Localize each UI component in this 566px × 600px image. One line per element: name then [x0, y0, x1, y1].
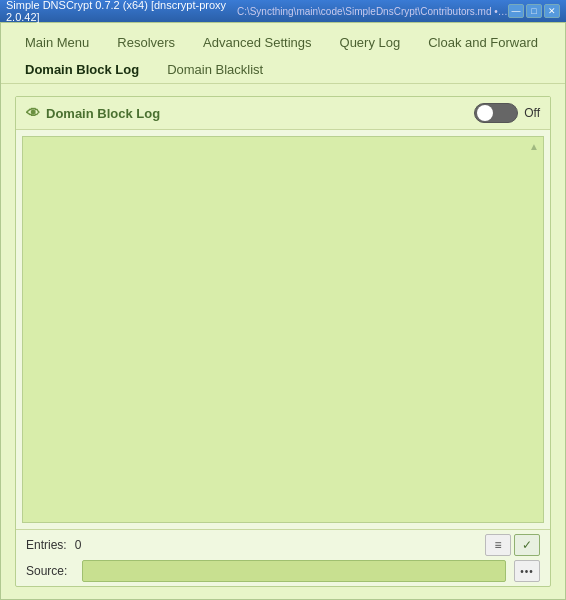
nav-resolvers[interactable]: Resolvers: [103, 29, 189, 56]
close-button[interactable]: ✕: [544, 4, 560, 18]
source-more-button[interactable]: •••: [514, 560, 540, 582]
title-bar-controls: — □ ✕: [508, 4, 560, 18]
entries-actions: ≡ ✓: [485, 534, 540, 556]
entries-count: 0: [75, 538, 82, 552]
source-row: Source: •••: [26, 560, 540, 582]
source-label: Source:: [26, 564, 74, 578]
panel-title: 👁 Domain Block Log: [26, 105, 160, 121]
eye-icon: 👁: [26, 105, 40, 121]
list-icon: ≡: [494, 538, 501, 552]
toggle-container: Off: [474, 103, 540, 123]
log-area: ▲: [22, 136, 544, 523]
minimize-button[interactable]: —: [508, 4, 524, 18]
more-icon: •••: [520, 566, 534, 577]
nav-advanced-settings[interactable]: Advanced Settings: [189, 29, 325, 56]
entries-row: Entries: 0 ≡ ✓: [26, 534, 540, 556]
title-bar-path: C:\Syncthing\main\code\SimpleDnsCrypt\Co…: [237, 6, 508, 17]
check-action-button[interactable]: ✓: [514, 534, 540, 556]
maximize-button[interactable]: □: [526, 4, 542, 18]
toggle-label: Off: [524, 106, 540, 120]
scroll-indicator: ▲: [529, 141, 539, 152]
app-title: Simple DNSCrypt 0.7.2 (x64) [dnscrypt-pr…: [6, 0, 237, 23]
entries-left: Entries: 0: [26, 538, 81, 552]
nav-domain-block-log[interactable]: Domain Block Log: [11, 56, 153, 83]
toggle-switch[interactable]: [474, 103, 518, 123]
bottom-bar: Entries: 0 ≡ ✓ Source:: [16, 529, 550, 586]
entries-label: Entries:: [26, 538, 67, 552]
list-action-button[interactable]: ≡: [485, 534, 511, 556]
toggle-knob: [477, 105, 493, 121]
nav-cloak-and-forward[interactable]: Cloak and Forward: [414, 29, 552, 56]
domain-block-log-panel: 👁 Domain Block Log Off ▲ Entries:: [15, 96, 551, 587]
navigation: Main Menu Resolvers Advanced Settings Qu…: [1, 23, 565, 84]
nav-main-menu[interactable]: Main Menu: [11, 29, 103, 56]
panel-header: 👁 Domain Block Log Off: [16, 97, 550, 130]
panel-title-text: Domain Block Log: [46, 106, 160, 121]
nav-query-log[interactable]: Query Log: [326, 29, 415, 56]
content-area: 👁 Domain Block Log Off ▲ Entries:: [1, 84, 565, 599]
nav-domain-blacklist[interactable]: Domain Blacklist: [153, 56, 277, 83]
title-bar-left: Simple DNSCrypt 0.7.2 (x64) [dnscrypt-pr…: [6, 0, 237, 23]
source-input[interactable]: [82, 560, 506, 582]
app-container: Main Menu Resolvers Advanced Settings Qu…: [0, 22, 566, 600]
check-icon: ✓: [522, 538, 532, 552]
title-bar: Simple DNSCrypt 0.7.2 (x64) [dnscrypt-pr…: [0, 0, 566, 22]
